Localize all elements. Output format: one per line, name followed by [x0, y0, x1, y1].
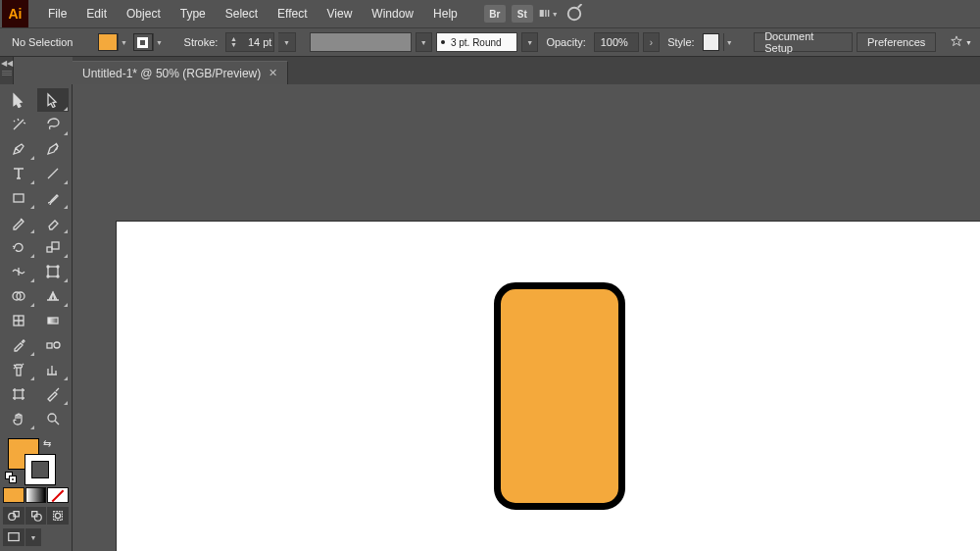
- color-mode-none[interactable]: [47, 487, 69, 503]
- menu-edit[interactable]: Edit: [76, 0, 117, 27]
- rotate-tool[interactable]: [3, 235, 35, 259]
- zoom-tool[interactable]: [37, 407, 70, 430]
- document-tab[interactable]: Untitled-1* @ 50% (RGB/Preview) ✕: [73, 61, 288, 84]
- menu-type[interactable]: Type: [171, 0, 216, 27]
- selection-tool[interactable]: [3, 88, 35, 112]
- preferences-button[interactable]: Preferences: [857, 32, 936, 52]
- svg-point-9: [47, 266, 49, 268]
- svg-rect-19: [17, 368, 21, 376]
- color-mode-gradient[interactable]: [25, 487, 47, 503]
- document-setup-button[interactable]: Document Setup: [754, 32, 853, 52]
- stroke-dropdown-icon[interactable]: ▼: [153, 33, 165, 51]
- stroke-swatch[interactable]: ▼: [133, 33, 165, 51]
- draw-normal[interactable]: [3, 507, 24, 525]
- scale-tool[interactable]: [37, 235, 70, 259]
- svg-point-10: [57, 266, 59, 268]
- type-tool[interactable]: [3, 162, 35, 185]
- stroke-weight-dropdown[interactable]: ▼: [278, 32, 295, 52]
- fill-swatch-color: [98, 33, 118, 51]
- style-label[interactable]: Style:: [667, 36, 695, 48]
- lasso-tool[interactable]: [37, 113, 70, 136]
- symbol-sprayer-tool[interactable]: [3, 358, 35, 381]
- graphic-style-dropdown[interactable]: ▼: [723, 33, 735, 51]
- panel-expand-strip[interactable]: ◀◀: [0, 57, 14, 84]
- gpu-preview-button[interactable]: [564, 4, 584, 24]
- brush-definition[interactable]: [310, 32, 412, 52]
- magic-wand-tool[interactable]: [3, 113, 35, 136]
- align-to-menu[interactable]: ▼: [950, 35, 972, 49]
- shaper-tool[interactable]: [3, 211, 35, 234]
- menu-window[interactable]: Window: [362, 0, 423, 27]
- brush-dropdown[interactable]: ▼: [416, 32, 432, 52]
- svg-rect-5: [14, 194, 24, 202]
- svg-point-11: [47, 276, 49, 277]
- stock-button[interactable]: St: [512, 5, 533, 23]
- expand-chevrons-icon: ◀◀: [1, 59, 13, 68]
- opacity-flyout[interactable]: ›: [643, 32, 660, 52]
- stroke-weight-field[interactable]: ▲▼ 14 pt: [225, 32, 274, 52]
- blend-tool[interactable]: [37, 333, 70, 357]
- width-profile[interactable]: 3 pt. Round: [436, 32, 517, 52]
- width-tool[interactable]: [3, 260, 35, 283]
- perspective-grid-tool[interactable]: [37, 284, 70, 308]
- eyedropper-tool[interactable]: [3, 333, 35, 357]
- fill-swatch[interactable]: ▼: [98, 33, 129, 51]
- hand-tool[interactable]: [3, 407, 35, 430]
- artboard-tool[interactable]: [3, 382, 35, 406]
- svg-rect-6: [47, 247, 52, 252]
- svg-rect-0: [539, 11, 543, 18]
- tools-panel: ⇆ ▼: [0, 84, 73, 551]
- svg-rect-17: [47, 343, 52, 348]
- paintbrush-tool[interactable]: [37, 186, 70, 210]
- stroke-weight-stepper[interactable]: ▲▼: [228, 36, 238, 48]
- pen-tool[interactable]: [3, 137, 35, 161]
- draw-mode-row: [3, 507, 69, 525]
- menu-view[interactable]: View: [318, 0, 363, 27]
- screen-mode-button[interactable]: [3, 528, 24, 546]
- gradient-tool[interactable]: [37, 309, 70, 332]
- menu-file[interactable]: File: [38, 0, 76, 27]
- menu-help[interactable]: Help: [423, 0, 467, 27]
- shape-builder-tool[interactable]: [3, 284, 35, 308]
- width-profile-dropdown[interactable]: ▼: [521, 32, 538, 52]
- stroke-well[interactable]: [24, 454, 56, 485]
- direct-selection-tool[interactable]: [37, 88, 70, 112]
- eraser-tool[interactable]: [37, 211, 70, 234]
- mesh-tool[interactable]: [3, 309, 35, 332]
- swap-fill-stroke-icon[interactable]: ⇆: [43, 438, 51, 449]
- color-mode-solid[interactable]: [3, 487, 24, 503]
- svg-point-3: [567, 8, 580, 21]
- fill-stroke-control[interactable]: ⇆: [3, 436, 69, 483]
- screen-mode-dropdown[interactable]: ▼: [25, 528, 41, 546]
- fill-dropdown-icon[interactable]: ▼: [118, 33, 129, 51]
- canvas-area[interactable]: [73, 84, 980, 551]
- default-fill-stroke-icon[interactable]: [5, 472, 17, 483]
- bridge-button[interactable]: Br: [484, 5, 506, 23]
- line-segment-tool[interactable]: [37, 162, 70, 185]
- opacity-label[interactable]: Opacity:: [546, 36, 585, 48]
- close-icon[interactable]: ✕: [269, 67, 277, 79]
- stroke-label[interactable]: Stroke:: [184, 36, 219, 48]
- free-transform-tool[interactable]: [37, 260, 70, 283]
- menu-effect[interactable]: Effect: [268, 0, 317, 27]
- curvature-tool[interactable]: [37, 137, 70, 161]
- stroke-weight-value[interactable]: 14 pt: [238, 36, 271, 48]
- svg-rect-8: [48, 267, 58, 276]
- tab-strip: ◀◀ Untitled-1* @ 50% (RGB/Preview) ✕: [0, 57, 980, 84]
- app-logo: Ai: [2, 0, 28, 27]
- menu-select[interactable]: Select: [216, 0, 268, 27]
- rectangle-tool[interactable]: [3, 186, 35, 210]
- menu-object[interactable]: Object: [117, 0, 171, 27]
- slice-tool[interactable]: [37, 382, 70, 406]
- rounded-rectangle-shape[interactable]: [494, 282, 625, 510]
- svg-line-4: [577, 4, 581, 8]
- draw-inside[interactable]: [47, 507, 69, 525]
- column-graph-tool[interactable]: [37, 358, 70, 381]
- svg-rect-16: [48, 318, 58, 324]
- opacity-value[interactable]: 100%: [597, 36, 636, 48]
- graphic-style-swatch[interactable]: [703, 33, 719, 51]
- svg-rect-2: [548, 11, 549, 18]
- arrange-docs-button[interactable]: ▼: [539, 4, 559, 24]
- draw-behind[interactable]: [25, 507, 47, 525]
- opacity-field[interactable]: 100%: [594, 32, 639, 52]
